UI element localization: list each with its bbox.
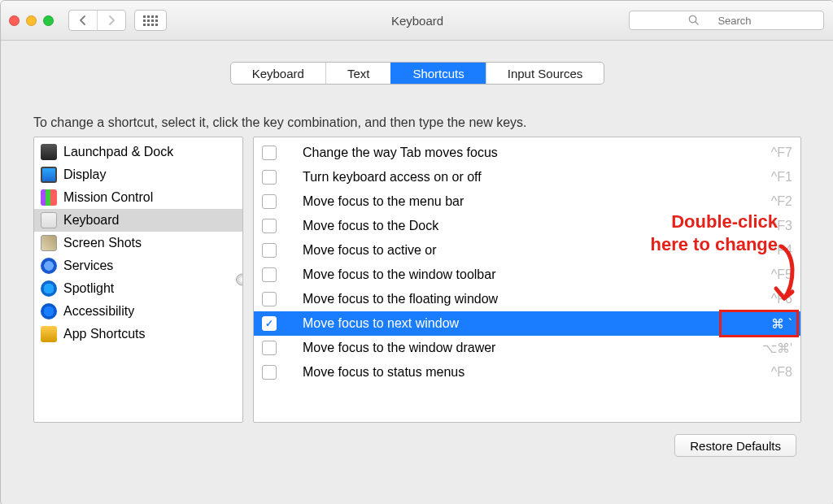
shortcut-row[interactable]: Move focus to the floating window^F6: [254, 287, 800, 311]
shortcut-row[interactable]: Move focus to the window drawer⌥⌘': [254, 336, 800, 360]
sidebar-item-label: Services: [63, 259, 113, 273]
shortcut-key[interactable]: ^F4: [753, 243, 792, 258]
shortcut-row[interactable]: Move focus to the window toolbar^F5: [254, 263, 800, 287]
shortcut-label: Move focus to the window toolbar: [303, 267, 495, 282]
sidebar-item-accessibility[interactable]: Accessibility: [34, 300, 242, 323]
tab-text[interactable]: Text: [325, 63, 391, 84]
shortcut-label: Move focus to the Dock: [303, 219, 438, 233]
restore-defaults-button[interactable]: Restore Defaults: [674, 434, 796, 457]
shortcut-label: Change the way Tab moves focus: [303, 146, 498, 160]
keyboard-icon: [41, 212, 57, 228]
sidebar-item-label: Mission Control: [63, 190, 153, 205]
sidebar-item-label: Accessibility: [63, 304, 134, 319]
shortcut-checkbox[interactable]: [262, 365, 277, 380]
shortcut-label: Move focus to the window drawer: [303, 341, 495, 355]
screenshots-icon: [41, 235, 57, 251]
shortcut-key[interactable]: ^F6: [753, 292, 792, 306]
sidebar-item-label: Screen Shots: [63, 236, 142, 250]
shortcut-row[interactable]: Move focus to next window⌘ `: [254, 311, 800, 336]
shortcut-checkbox[interactable]: [262, 219, 277, 233]
sidebar-item-label: Launchpad & Dock: [63, 145, 173, 159]
minimize-window[interactable]: [26, 15, 37, 26]
mission-icon: [41, 189, 57, 206]
shortcut-label: Turn keyboard access on or off: [303, 170, 482, 185]
shortcut-row[interactable]: Turn keyboard access on or off^F1: [254, 165, 800, 189]
sidebar-item-label: App Shortcuts: [63, 327, 146, 341]
sidebar-item-spotlight[interactable]: Spotlight: [34, 277, 242, 300]
shortcut-label: Move focus to the floating window: [303, 292, 498, 306]
sidebar-item-label: Spotlight: [63, 281, 114, 296]
sidebar-item-launchpad---dock[interactable]: Launchpad & Dock: [34, 141, 242, 163]
shortcut-row[interactable]: Move focus to the menu bar^F2: [254, 189, 800, 214]
close-window[interactable]: [9, 15, 20, 26]
appsc-icon: [41, 326, 57, 342]
preferences-window: Keyboard Keyboard Text Shortcuts Input S…: [0, 0, 833, 504]
footer: Restore Defaults: [33, 434, 801, 457]
content-area: Keyboard Text Shortcuts Input Sources To…: [1, 41, 833, 504]
tab-shortcuts[interactable]: Shortcuts: [390, 63, 485, 84]
sidebar-item-keyboard[interactable]: Keyboard: [34, 209, 242, 232]
shortcut-key[interactable]: ⌘ `: [753, 316, 792, 332]
shortcut-checkbox[interactable]: [262, 194, 277, 209]
scroll-handle[interactable]: [236, 274, 243, 286]
sidebar-item-services[interactable]: Services: [34, 254, 242, 277]
shortcut-key[interactable]: ⌥⌘': [753, 341, 792, 356]
launchpad-icon: [41, 144, 57, 160]
shortcut-key[interactable]: ^F2: [753, 194, 792, 209]
shortcut-key[interactable]: ^F8: [753, 365, 792, 380]
tab-bar: Keyboard Text Shortcuts Input Sources: [230, 62, 605, 85]
shortcut-checkbox[interactable]: [262, 316, 277, 331]
back-button[interactable]: [69, 11, 97, 30]
sidebar-item-screen-shots[interactable]: Screen Shots: [34, 232, 242, 254]
shortcut-key[interactable]: ^F7: [753, 146, 792, 160]
shortcut-checkbox[interactable]: [262, 292, 277, 306]
chevron-left-icon: [79, 15, 87, 25]
sidebar-item-mission-control[interactable]: Mission Control: [34, 186, 242, 209]
spotlight-icon: [41, 280, 57, 297]
sidebar-item-label: Display: [63, 167, 106, 182]
shortcut-list[interactable]: Change the way Tab moves focus^F7Turn ke…: [253, 137, 801, 423]
shortcut-label: Move focus to active or: [303, 243, 437, 258]
shortcut-row[interactable]: Move focus to active or^F4: [254, 238, 800, 263]
chevron-right-icon: [107, 15, 116, 25]
lists: Launchpad & DockDisplayMission ControlKe…: [33, 137, 801, 423]
sidebar-item-display[interactable]: Display: [34, 163, 242, 186]
nav-buttons: [68, 10, 126, 31]
grid-icon: [143, 15, 158, 26]
shortcut-checkbox[interactable]: [262, 341, 277, 355]
fullscreen-window[interactable]: [43, 15, 54, 26]
sidebar-item-label: Keyboard: [63, 213, 120, 228]
shortcut-checkbox[interactable]: [262, 243, 277, 258]
display-icon: [41, 167, 57, 183]
shortcut-checkbox[interactable]: [262, 170, 277, 185]
access-icon: [41, 303, 57, 319]
shortcut-row[interactable]: Change the way Tab moves focus^F7: [254, 141, 800, 165]
instruction-text: To change a shortcut, select it, click t…: [33, 115, 801, 130]
traffic-lights: [9, 15, 54, 26]
sidebar-item-app-shortcuts[interactable]: App Shortcuts: [34, 323, 242, 345]
shortcut-checkbox[interactable]: [262, 267, 277, 282]
tab-input-sources[interactable]: Input Sources: [486, 63, 604, 84]
titlebar: Keyboard: [1, 1, 833, 41]
shortcut-key[interactable]: ^F3: [753, 219, 792, 233]
shortcut-key[interactable]: ^F5: [753, 267, 792, 282]
category-list[interactable]: Launchpad & DockDisplayMission ControlKe…: [33, 137, 243, 423]
search-wrap: [629, 11, 824, 30]
shortcut-key[interactable]: ^F1: [753, 170, 792, 185]
shortcut-row[interactable]: Move focus to the Dock^F3: [254, 214, 800, 238]
services-icon: [41, 258, 57, 274]
search-input[interactable]: [629, 11, 824, 30]
shortcut-label: Move focus to the menu bar: [303, 194, 464, 209]
shortcut-row[interactable]: Move focus to status menus^F8: [254, 360, 800, 385]
shortcut-checkbox[interactable]: [262, 146, 277, 160]
show-all-prefs[interactable]: [134, 10, 167, 31]
tab-keyboard[interactable]: Keyboard: [231, 63, 325, 84]
shortcut-label: Move focus to status menus: [303, 365, 464, 380]
shortcut-label: Move focus to next window: [303, 316, 459, 331]
forward-button[interactable]: [97, 11, 125, 30]
